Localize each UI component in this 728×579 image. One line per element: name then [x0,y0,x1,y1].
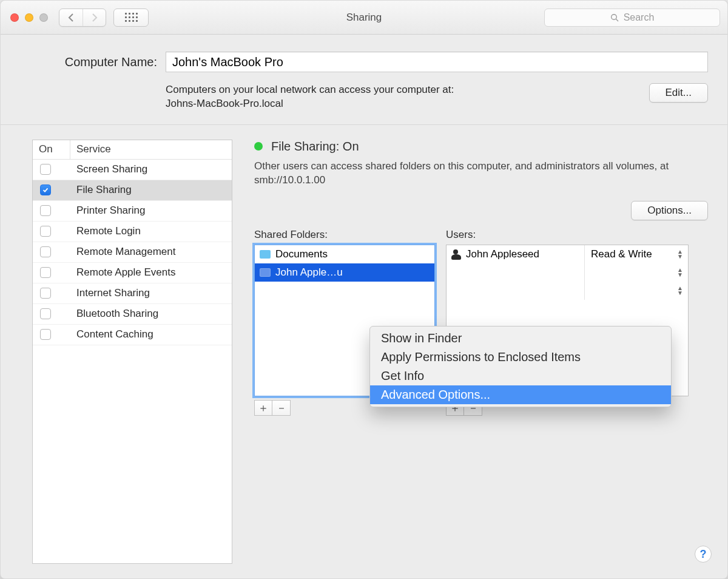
titlebar: Sharing Search [1,1,727,35]
remove-folder-button[interactable]: － [272,400,291,416]
sharing-window: Sharing Search Computer Name: Computers … [0,0,728,579]
service-checkbox[interactable] [40,185,51,195]
toolbar-nav [59,8,149,27]
options-button[interactable]: Options... [631,201,708,220]
search-icon [610,13,619,22]
computer-address-text: Computers on your local network can acce… [166,83,649,111]
service-checkbox[interactable] [40,288,51,299]
search-placeholder: Search [624,12,655,23]
service-row[interactable]: Internet Sharing [33,283,232,304]
service-row[interactable]: Content Caching [33,325,232,345]
folder-name: John Apple…u [275,266,343,279]
service-name: Bluetooth Sharing [70,308,232,320]
folder-icon [260,250,271,259]
close-button[interactable] [10,13,19,22]
service-checkbox[interactable] [40,308,51,319]
computer-name-section: Computer Name: Computers on your local n… [1,35,727,125]
service-list-header: On Service [33,140,232,160]
service-name: Internet Sharing [70,287,232,299]
service-name: Screen Sharing [70,163,232,175]
service-checkbox[interactable] [40,246,51,257]
service-name: File Sharing [70,184,232,196]
edit-button[interactable]: Edit... [649,83,708,103]
service-name: Content Caching [70,328,232,340]
forward-button[interactable] [83,9,106,26]
permission-stepper-icon[interactable]: ▲▼ [677,268,683,277]
service-checkbox[interactable] [40,267,51,278]
computer-name-label: Computer Name: [20,55,166,69]
service-checkbox[interactable] [40,226,51,237]
svg-line-1 [616,19,618,21]
service-checkbox[interactable] [40,164,51,175]
service-name: Remote Apple Events [70,266,232,279]
minimize-button[interactable] [25,13,33,22]
context-menu-item[interactable]: Show in Finder [370,329,671,348]
chevron-left-icon [68,13,75,22]
context-menu[interactable]: Show in FinderApply Permissions to Enclo… [369,326,672,407]
context-menu-item[interactable]: Get Info [370,367,671,385]
all-prefs-button[interactable] [113,8,149,27]
svg-point-0 [611,14,616,19]
service-rows: Screen SharingFile SharingPrinter Sharin… [33,160,232,563]
service-row[interactable]: Printer Sharing [33,201,232,222]
service-checkbox[interactable] [40,205,51,216]
context-menu-item[interactable]: Advanced Options... [370,385,671,404]
status-row: File Sharing: On [254,140,708,154]
status-title: File Sharing: On [271,140,359,154]
service-name: Printer Sharing [70,205,232,217]
service-row[interactable]: Bluetooth Sharing [33,304,232,325]
service-name: Remote Login [70,225,232,237]
computer-name-input[interactable] [166,52,708,72]
zoom-button[interactable] [39,13,48,22]
user-row[interactable]: John AppleseedRead & Write▲▼ [447,245,688,263]
back-forward-segment [59,8,106,27]
users-label: Users: [446,229,689,241]
user-permission-cell[interactable]: Read & Write▲▼ [585,248,688,260]
back-button[interactable] [59,9,83,26]
service-row[interactable]: Screen Sharing [33,160,232,180]
window-controls [10,13,48,22]
status-description: Other users can access shared folders on… [254,160,691,188]
permission-stepper-icon[interactable]: ▲▼ [677,286,683,296]
help-button[interactable]: ? [695,546,712,563]
status-indicator-icon [254,142,263,151]
col-header-service: Service [70,140,232,159]
shared-folders-label: Shared Folders: [254,229,435,241]
folder-row[interactable]: Documents [255,245,434,263]
permission-stepper-icon[interactable]: ▲▼ [677,249,683,259]
folder-row[interactable]: John Apple…u [255,263,434,282]
service-row[interactable]: File Sharing [33,180,232,201]
service-row[interactable]: Remote Management [33,242,232,263]
chevron-right-icon [91,13,98,22]
service-row[interactable]: Remote Login [33,222,232,242]
grid-icon [125,13,138,22]
service-checkbox[interactable] [40,329,51,340]
col-header-on: On [33,140,70,159]
service-list[interactable]: On Service Screen SharingFile SharingPri… [32,140,232,564]
add-folder-button[interactable]: ＋ [254,400,272,416]
service-row[interactable]: Remote Apple Events [33,263,232,283]
folder-icon [260,268,271,277]
user-name-cell: John Appleseed [447,245,585,263]
context-menu-item[interactable]: Apply Permissions to Enclosed Items [370,348,671,367]
person-icon [451,249,461,259]
service-name: Remote Management [70,246,232,258]
search-field[interactable]: Search [544,8,720,27]
folder-name: Documents [275,248,328,260]
